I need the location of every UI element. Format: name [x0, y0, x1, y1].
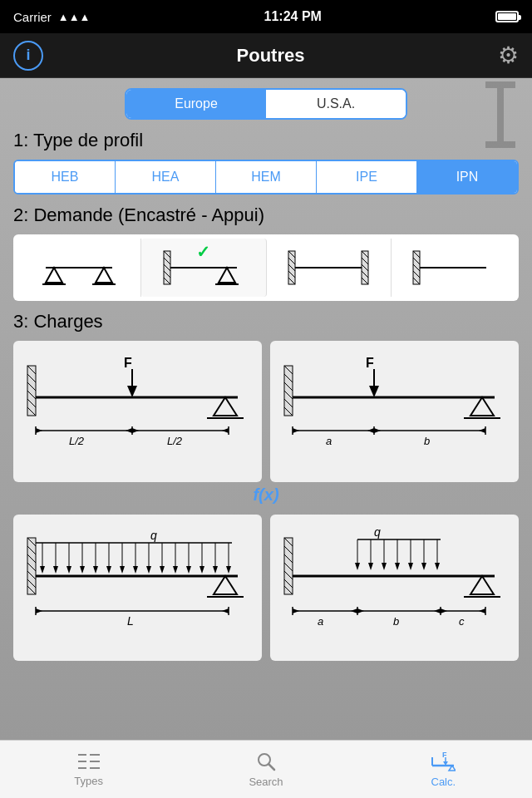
svg-text:c: c	[459, 615, 465, 628]
charge-card-2[interactable]: F a b	[270, 341, 519, 482]
gear-icon[interactable]: ⚙	[498, 42, 519, 69]
svg-marker-71	[369, 386, 379, 397]
beam-diagram-3[interactable]	[267, 239, 392, 297]
svg-text:L/2: L/2	[69, 435, 85, 447]
svg-marker-174	[441, 608, 447, 613]
svg-marker-151	[395, 563, 400, 570]
tab-types[interactable]: Types	[0, 746, 177, 792]
svg-text:F: F	[366, 356, 374, 370]
svg-marker-100	[66, 566, 71, 574]
svg-marker-15	[219, 268, 235, 283]
svg-marker-59	[222, 428, 229, 433]
svg-marker-155	[421, 563, 426, 570]
charge-card-3[interactable]: q	[13, 515, 262, 661]
svg-marker-4	[46, 268, 62, 283]
charge-card-1[interactable]: F L/2 L/2	[13, 341, 262, 482]
fx-label: f(x)	[253, 485, 278, 504]
svg-marker-165	[351, 608, 357, 613]
svg-marker-53	[36, 428, 42, 433]
segment-control: Europe U.S.A.	[125, 88, 407, 120]
svg-text:a: a	[326, 435, 332, 447]
svg-text:q: q	[374, 525, 381, 539]
svg-marker-104	[93, 566, 98, 574]
svg-marker-120	[200, 566, 204, 574]
beam-diagram-1[interactable]	[17, 239, 141, 297]
svg-rect-2	[485, 141, 515, 148]
battery-icon	[495, 11, 519, 22]
beam-diagrams-row: ✓	[13, 234, 519, 301]
svg-marker-112	[146, 566, 151, 574]
i-beam-decoration	[482, 81, 519, 148]
calc-icon: F	[431, 751, 456, 772]
tab-search[interactable]: Search	[177, 746, 354, 793]
svg-marker-126	[214, 576, 237, 594]
charges-grid: F L/2 L/2	[13, 341, 519, 661]
svg-marker-48	[214, 397, 237, 416]
svg-marker-149	[382, 563, 387, 570]
wifi-icon: ▲▲▲	[58, 11, 91, 23]
svg-marker-98	[53, 566, 58, 574]
svg-marker-114	[160, 566, 165, 574]
svg-marker-122	[213, 566, 218, 574]
svg-marker-124	[226, 566, 231, 574]
tab-heb[interactable]: HEB	[15, 161, 116, 193]
svg-text:a: a	[318, 615, 323, 628]
selected-checkmark: ✓	[196, 242, 210, 262]
svg-text:F: F	[442, 751, 447, 759]
svg-marker-6	[96, 268, 112, 283]
svg-text:F: F	[124, 356, 132, 370]
europe-tab[interactable]: Europe	[126, 90, 266, 118]
svg-marker-159	[470, 576, 494, 594]
main-content: Europe U.S.A. 1: Type de profil HEB HEA …	[0, 78, 532, 740]
tab-hem[interactable]: HEM	[216, 161, 317, 193]
search-icon	[255, 751, 277, 772]
svg-marker-77	[293, 428, 299, 433]
tab-calc[interactable]: F Calc.	[355, 746, 532, 793]
info-icon: i	[26, 47, 30, 64]
beam-diagram-2[interactable]: ✓	[141, 239, 266, 297]
svg-text:L/2: L/2	[167, 435, 183, 447]
svg-marker-108	[120, 566, 125, 574]
section2-title: 2: Demande (Encastré - Appui)	[13, 204, 519, 226]
section3-title: 3: Charges	[13, 311, 519, 332]
svg-marker-106	[106, 566, 111, 574]
tab-ipe[interactable]: IPE	[317, 161, 417, 193]
svg-marker-82	[374, 428, 381, 433]
status-time: 11:24 PM	[264, 9, 322, 24]
status-left: Carrier ▲▲▲	[13, 10, 90, 24]
beam-diagram-4[interactable]	[392, 239, 515, 297]
types-label: Types	[74, 775, 103, 787]
page-title: Poutres	[237, 45, 305, 66]
svg-marker-110	[133, 566, 138, 574]
svg-text:b: b	[393, 615, 399, 628]
tab-bar: Types Search F	[0, 740, 532, 798]
tab-hea[interactable]: HEA	[116, 161, 216, 193]
svg-marker-157	[435, 563, 440, 570]
svg-text:L: L	[127, 614, 134, 628]
nav-bar: i Poutres ⚙	[0, 33, 532, 78]
section1-title: 1: Type de profil	[13, 130, 519, 151]
svg-marker-102	[80, 566, 85, 574]
info-button[interactable]: i	[13, 41, 43, 71]
svg-text:b: b	[424, 435, 430, 447]
svg-marker-116	[173, 566, 178, 574]
tab-ipn[interactable]: IPN	[417, 161, 517, 193]
search-label: Search	[249, 776, 283, 788]
types-icon	[76, 751, 101, 771]
charge-card-4[interactable]: q	[270, 515, 519, 661]
svg-marker-118	[186, 566, 191, 574]
svg-marker-96	[40, 566, 45, 574]
svg-marker-147	[368, 563, 373, 570]
svg-marker-170	[434, 608, 441, 613]
status-bar: Carrier ▲▲▲ 11:24 PM	[0, 0, 532, 33]
svg-marker-72	[470, 397, 494, 416]
carrier-label: Carrier	[13, 10, 52, 24]
svg-marker-47	[127, 386, 137, 397]
usa-tab[interactable]: U.S.A.	[266, 90, 406, 118]
svg-rect-0	[485, 81, 515, 88]
svg-text:q: q	[150, 529, 157, 542]
calc-label: Calc.	[431, 776, 456, 788]
svg-marker-131	[36, 608, 42, 613]
svg-marker-175	[479, 608, 485, 613]
svg-marker-164	[293, 608, 299, 613]
